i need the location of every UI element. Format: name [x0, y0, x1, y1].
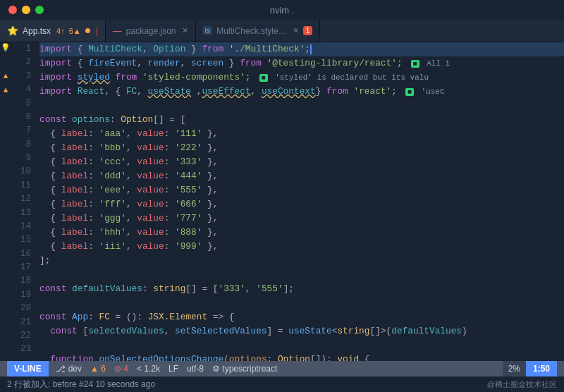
line-num-9: 9	[14, 152, 31, 165]
status-filesize: < 1.2k	[133, 364, 164, 374]
line-num-12: 12	[14, 192, 31, 206]
code-line-19	[39, 296, 564, 310]
code-line-6: const options: Option[] = [	[39, 113, 564, 127]
code-line-22	[39, 338, 564, 353]
tab-package-json[interactable]: — package.json ✕	[106, 20, 196, 42]
branch-icon: ⎇	[56, 364, 66, 374]
line-num-17: 17	[14, 261, 31, 274]
code-line-20: const App: FC = (): JSX.Element => {	[39, 310, 564, 324]
status-errors: ⊘ 4	[110, 364, 133, 374]
tab-close-button[interactable]: ✕	[182, 26, 188, 35]
gutter-empty-11	[0, 183, 11, 197]
tab-label: App.tsx	[23, 26, 51, 36]
gutter-empty-14	[0, 226, 11, 240]
code-area[interactable]: import { MultiCheck, Option } from './Mu…	[37, 42, 564, 361]
status-right: 2% 1:50	[503, 361, 557, 376]
status-position: 1:50	[526, 361, 557, 376]
code-line-23: function onSelectedOptionsChange(options…	[39, 353, 564, 361]
code-line-8: { label: 'bbb', value: '222' },	[39, 141, 564, 155]
tab-close-button[interactable]: ✕	[293, 26, 299, 35]
gutter-empty-20	[0, 310, 11, 324]
watermark: @稀土掘金技术社区	[487, 379, 557, 390]
close-button[interactable]	[8, 6, 17, 14]
status-encoding: utf-8	[183, 364, 208, 374]
gutter-empty-8	[0, 141, 11, 155]
status-mode: V-LINE	[7, 361, 49, 376]
line-num-1: 1	[14, 42, 31, 56]
line-num-4: 4	[14, 83, 31, 97]
gutter-empty-7	[0, 127, 11, 141]
code-line-9: { label: 'ccc', value: '333' },	[39, 155, 564, 169]
gutter-empty-18	[0, 282, 11, 296]
gutter-empty-5	[0, 99, 11, 113]
ts-icon: ts	[203, 26, 213, 35]
line-num-16: 16	[14, 247, 31, 261]
line-num-10: 10	[14, 165, 31, 178]
line-num-23: 23	[14, 343, 31, 356]
code-line-2: import { fireEvent, render, screen } fro…	[39, 56, 564, 71]
status-filetype: ⚙ typescriptreact	[208, 364, 281, 374]
minimize-button[interactable]	[22, 6, 30, 14]
line-num-11: 11	[14, 179, 31, 192]
code-line-15: { label: 'iii', value: '999' },	[39, 240, 564, 254]
window-title: nvim .	[270, 5, 295, 16]
gutter-empty-17	[0, 268, 11, 282]
traffic-lights	[8, 6, 44, 14]
code-line-3: import styled from 'styled-components';■…	[39, 71, 564, 85]
status-warnings: ▲ 6	[86, 364, 110, 374]
tab-badge: 4↑	[56, 27, 65, 35]
status-bar: V-LINE ⎇ dev ▲ 6 ⊘ 4 < 1.2k LF utf-8 ⚙ t…	[0, 361, 564, 376]
line-num-6: 6	[14, 111, 31, 124]
gutter-bulb-1: 💡	[0, 42, 11, 56]
line-num-8: 8	[14, 138, 31, 152]
gutter-empty-16	[0, 254, 11, 268]
line-num-2: 2	[14, 56, 31, 69]
tab-label: MultiCheck.style…	[216, 26, 286, 36]
gutter-empty-19	[0, 296, 11, 310]
title-bar: nvim .	[0, 0, 564, 20]
line-num-14: 14	[14, 220, 31, 233]
tab-multicheck-style[interactable]: ts MultiCheck.style… ✕ 1	[196, 20, 321, 42]
tab-label: package.json	[126, 26, 176, 36]
gutter-empty-21	[0, 324, 11, 338]
line-num-22: 22	[14, 329, 31, 343]
gutter-empty-6	[0, 113, 11, 127]
line-num-21: 21	[14, 316, 31, 329]
gutter-empty-13	[0, 212, 11, 226]
fullscreen-button[interactable]	[35, 6, 44, 14]
gutter-empty-9	[0, 155, 11, 169]
status-branch: ⎇ dev	[51, 364, 86, 374]
status-percent: 2%	[503, 361, 526, 376]
tab-warning-badge: 6▲	[69, 27, 81, 35]
star-icon: ⭐	[7, 25, 18, 36]
line-num-7: 7	[14, 124, 31, 137]
gutter-empty-22	[0, 338, 11, 353]
gutter-warning-4: ▲	[0, 85, 11, 99]
message-text: 2 行被加入; before #24 10 seconds ago	[7, 379, 155, 391]
tab-modified-dot	[85, 28, 90, 33]
line-numbers: 1 2 3 4 5 6 7 8 9 10 11 12 13 14 15 16 1…	[11, 42, 37, 361]
gutter-empty-2	[0, 56, 11, 71]
code-line-17	[39, 268, 564, 282]
line-num-3: 3	[14, 70, 31, 83]
code-line-5	[39, 99, 564, 113]
line-num-20: 20	[14, 302, 31, 315]
code-line-12: { label: 'fff', value: '666' },	[39, 197, 564, 212]
code-line-14: { label: 'hhh', value: '888' },	[39, 226, 564, 240]
gutter-empty-15	[0, 240, 11, 254]
gutter: 💡 ▲ ▲	[0, 42, 11, 361]
gutter-empty-23	[0, 353, 11, 361]
code-line-13: { label: 'ggg', value: '777' },	[39, 212, 564, 226]
code-line-11: { label: 'eee', value: '555' },	[39, 183, 564, 197]
line-num-18: 18	[14, 274, 31, 288]
tab-app-tsx[interactable]: ⭐ App.tsx 4↑ 6▲ |	[0, 20, 106, 42]
code-line-21: const [selectedValues, setSelectedValues…	[39, 324, 564, 338]
dash-icon: —	[113, 25, 122, 36]
code-line-7: { label: 'aaa', value: '111' },	[39, 127, 564, 141]
code-line-16: ];	[39, 254, 564, 268]
code-line-1: import { MultiCheck, Option } from './Mu…	[39, 42, 564, 56]
editor: 💡 ▲ ▲ 1 2 3 4 5 6 7 8 9 10 11 12	[0, 42, 564, 361]
line-num-5: 5	[14, 97, 31, 111]
gutter-empty-12	[0, 197, 11, 212]
code-line-10: { label: 'ddd', value: '444' },	[39, 169, 564, 183]
